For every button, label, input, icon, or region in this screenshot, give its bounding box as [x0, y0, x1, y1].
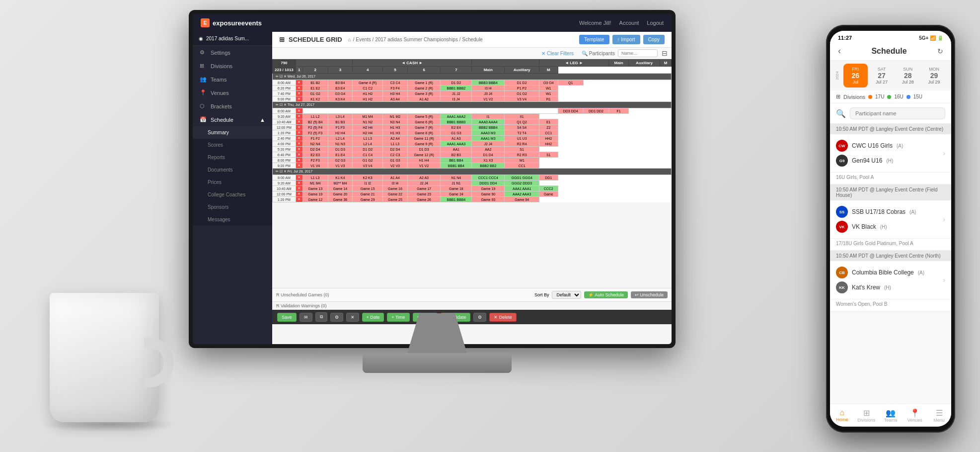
app-body: ◉ 2017 adidas Sum... ⚙ Settings ⊞ Divisi… — [193, 32, 672, 344]
add-date-button[interactable]: + Date — [362, 313, 384, 322]
copy-button[interactable]: Copy — [643, 35, 665, 44]
nav-venues-icon: 📍 — [904, 408, 926, 418]
unscheduled-bar: R Unscheduled Games (0) — [276, 292, 329, 297]
game2-pool: 17/18U Girls Gold Platinum, Pool A — [830, 239, 951, 251]
table-row: 1:20 PM ✕ Game 12 Game 36 Game 29 Game 2… — [273, 197, 672, 202]
add-time-button[interactable]: + Time — [387, 313, 409, 322]
refresh-button[interactable]: ↻ — [937, 47, 943, 55]
col-5: 5 — [383, 67, 408, 74]
sidebar-item-label: Divisions — [211, 63, 232, 69]
date-btn-mon[interactable]: MON 29 Jul 29 — [922, 64, 946, 88]
phone-bottom-nav: ⌂ Home ⊞ Divisions 👥 Teams 📍 Venues ☰ — [830, 404, 951, 427]
participants-input[interactable] — [618, 49, 658, 57]
table-row: 9:00 PM ✕ K1 K2 K3 K4 H1 H2 A3 A4 A1 A2 … — [273, 96, 672, 102]
nav-menu[interactable]: ☰ Menu — [927, 407, 951, 424]
auto-schedule-button[interactable]: ⚡ Auto Schedule — [584, 291, 628, 298]
sidebar-item-college-coaches[interactable]: College Coaches — [193, 188, 272, 201]
col-4: 4 — [353, 67, 383, 74]
date-btn-fri[interactable]: FRI 26 Jul — [843, 64, 868, 88]
account-link[interactable]: Account — [619, 20, 639, 26]
template-button[interactable]: Template — [579, 35, 609, 44]
15u-label: 15U — [913, 94, 922, 99]
sidebar-item-brackets[interactable]: ⬡ Brackets — [193, 99, 272, 113]
validation-bar: R Validation Warnings (0) — [272, 301, 672, 310]
participants-filter: 🔍 Participants — [582, 51, 615, 56]
phone-status-bar: 11:27 5G+ 📶 🔋 — [830, 31, 951, 43]
back-button[interactable]: ‹ — [838, 46, 841, 56]
nav-divisions[interactable]: ⊞ Divisions — [854, 407, 879, 424]
sidebar-item-scores[interactable]: Scores — [193, 139, 272, 151]
sort-bar: Sort By Default ⚡ Auto Schedule ↩ Unsche… — [534, 290, 668, 300]
sidebar-item-sponsors[interactable]: Sponsors — [193, 201, 272, 213]
phone-schedule-list[interactable]: 10:50 AM PDT @ Langley Event Centre (Cen… — [830, 124, 951, 404]
sidebar-item-schedule[interactable]: 📅 Schedule ▲ — [193, 113, 272, 126]
close-button[interactable]: ✕ — [346, 313, 359, 322]
home-icon: ⌂ — [831, 408, 853, 417]
sidebar-item-teams[interactable]: 👥 Teams — [193, 73, 272, 86]
cwc-team-name: CWC U16 Girls — [852, 142, 893, 149]
wed-header: ✏ ☑ ✕ Wed, Jul 26, 2017 — [273, 74, 672, 80]
logout-link[interactable]: Logout — [647, 20, 664, 26]
team-row-ssb: SS SSB U17/18 Cobras (A) — [836, 204, 943, 219]
sidebar-event[interactable]: ◉ 2017 adidas Sum... — [193, 32, 272, 46]
unschedule-button[interactable]: ↩ Unschedule — [631, 291, 668, 298]
sidebar-item-label: Settings — [211, 50, 230, 56]
divisions-grid-icon: ⊞ — [836, 93, 840, 100]
table-row: 6:20 PM ✕ E1 E2 E3 E4 C1 C2 F3 F4 Game 2… — [273, 86, 672, 91]
game2-item[interactable]: SS SSB U17/18 Cobras (A) VK VK Black (H) — [830, 200, 951, 239]
settings-button[interactable]: ⚙ — [330, 313, 343, 322]
phone-search: 🔍 — [830, 103, 951, 124]
kats-team-name: Kat's Krew — [852, 284, 880, 291]
game1-chevron[interactable]: › — [943, 149, 945, 157]
clear-filters-link[interactable]: ✕ Clear Filters — [541, 51, 574, 56]
game1-item[interactable]: CW CWC U16 Girls (A) G9 Gen94 U16 (H) — [830, 134, 951, 173]
sidebar-item-documents[interactable]: Documents — [193, 164, 272, 176]
nav-home[interactable]: ⌂ Home — [830, 407, 854, 424]
phone-divisions-toggle[interactable]: ⊞ Divisions 17U 16U 15U — [830, 90, 951, 103]
gen94-logo: G9 — [836, 155, 848, 167]
sidebar-item-settings[interactable]: ⚙ Settings — [193, 46, 272, 59]
save-button[interactable]: Save — [277, 313, 297, 322]
import-button[interactable]: ↑ Import — [612, 35, 640, 44]
schedule-grid[interactable]: 790 ◄ CASH ► ◄ LEG ► Main Auxiliary M — [272, 59, 672, 288]
col-m: M — [539, 67, 558, 74]
sidebar-item-venues[interactable]: 📍 Venues — [193, 86, 272, 99]
sidebar-item-messages[interactable]: Messages — [193, 213, 272, 226]
sidebar: ◉ 2017 adidas Sum... ⚙ Settings ⊞ Divisi… — [193, 32, 272, 344]
sort-select[interactable]: Default — [552, 291, 581, 299]
email-button[interactable]: ✉ — [300, 313, 312, 322]
game2-chevron[interactable]: › — [943, 215, 945, 223]
game3-item[interactable]: CB Columbia Bible College (A) KK Kat's K… — [830, 261, 951, 299]
sidebar-item-summary[interactable]: Summary — [193, 126, 272, 139]
team-row-vk: VK VK Black (H) — [836, 219, 943, 234]
sponsors-label: Sponsors — [208, 204, 228, 210]
sidebar-item-reports[interactable]: Reports — [193, 151, 272, 164]
cwc-type: (A) — [897, 143, 903, 149]
sidebar-item-divisions[interactable]: ⊞ Divisions — [193, 59, 272, 73]
sidebar-item-prices[interactable]: Prices — [193, 176, 272, 188]
monitor: E exposureevents Welcome Jill! Account L… — [189, 10, 685, 383]
col-spacer2 — [472, 60, 539, 67]
copy-row-button[interactable]: ⧉ — [315, 312, 327, 322]
logo-icon: E — [201, 18, 210, 27]
filter-icon[interactable]: ⊟ — [662, 49, 668, 57]
delete-button[interactable]: ✕ Delete — [489, 313, 517, 322]
table-row: 10:40 AM ✕ B2 (5) B4 B1 B3 N1 N2 N3 N4 G… — [273, 119, 672, 125]
17u-dot — [868, 95, 872, 99]
gen94-team-name: Gen94 U16 — [852, 157, 882, 164]
grid-filters: ✕ Clear Filters 🔍 Participants ⊟ — [272, 48, 672, 59]
table-row: 2:40 PM ✕ F1 F2 L2 L4 L1 L3 A2 A4 Game 1… — [273, 136, 672, 141]
brackets-icon: ⬡ — [200, 103, 207, 109]
table-row: 8:00 AM ✕ L1 L3 K1 K4 K2 K3 A1 A4 A2 A3 … — [273, 175, 672, 181]
kats-type: (H) — [884, 285, 891, 290]
gear-button[interactable]: ⚙ — [473, 313, 486, 322]
game3-chevron[interactable]: › — [943, 276, 945, 284]
grid-table: 790 ◄ CASH ► ◄ LEG ► Main Auxiliary M — [272, 59, 672, 202]
participant-search-input[interactable] — [850, 107, 945, 119]
date-btn-sat[interactable]: SAT 27 Jul 27 — [870, 64, 894, 88]
nav-venues[interactable]: 📍 Venues — [903, 407, 927, 424]
nav-teams[interactable]: 👥 Teams — [879, 407, 903, 424]
date-btn-sun[interactable]: SUN 28 Jul 28 — [896, 64, 920, 88]
leg-header: ◄ LEG ► — [539, 60, 608, 67]
col-2: 2 — [302, 67, 328, 74]
